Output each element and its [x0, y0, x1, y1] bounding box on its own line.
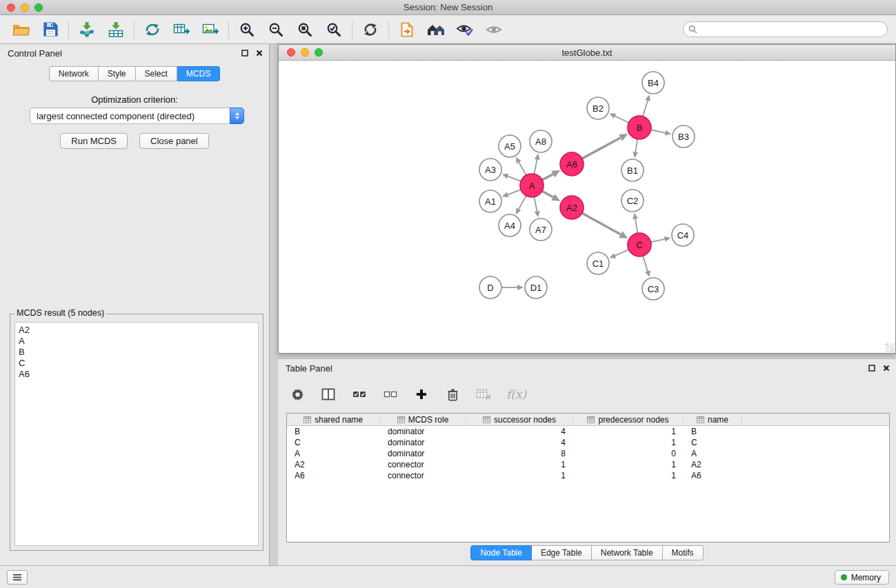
table-cell[interactable]: 4	[466, 438, 573, 447]
graph-node-A7[interactable]: A7	[530, 219, 552, 241]
deselect-all-button[interactable]	[382, 385, 399, 403]
fullscreen-window-button[interactable]	[34, 3, 43, 12]
graph-edge-C-C2[interactable]	[635, 219, 638, 235]
table-cell[interactable]: C	[684, 438, 742, 447]
add-column-button[interactable]	[413, 385, 430, 403]
table-cell[interactable]: A6	[287, 471, 380, 480]
table-cell[interactable]: A	[287, 449, 380, 458]
save-session-button[interactable]	[36, 17, 65, 42]
table-cell[interactable]: dominator	[380, 438, 466, 447]
table-cell[interactable]: B	[287, 427, 380, 436]
export-network-button[interactable]	[138, 17, 167, 42]
graph-node-B4[interactable]: B4	[642, 72, 664, 94]
table-cell[interactable]: dominator	[380, 449, 466, 458]
mcds-result-item[interactable]: A2	[19, 325, 255, 336]
column-header-MCDS-role[interactable]: MCDS role	[380, 414, 466, 425]
import-table-button[interactable]	[101, 17, 130, 42]
table-cell[interactable]: 8	[466, 449, 573, 458]
table-row[interactable]: A2connector11A2	[287, 459, 889, 470]
graph-edge-C-C1[interactable]	[615, 249, 630, 256]
close-panel-button[interactable]	[256, 50, 263, 57]
column-header-name[interactable]: name	[684, 414, 742, 425]
close-window-button[interactable]	[7, 3, 15, 12]
tab-network[interactable]: Network	[49, 66, 99, 81]
zoom-out-button[interactable]	[261, 17, 290, 42]
graph-edge-A-A4[interactable]	[519, 194, 527, 209]
tab-node-table[interactable]: Node Table	[470, 545, 532, 560]
tab-select[interactable]: Select	[136, 66, 177, 81]
table-cell[interactable]: 1	[573, 438, 684, 447]
tab-network-table[interactable]: Network Table	[592, 545, 663, 560]
table-row[interactable]: Cdominator41C	[287, 437, 889, 448]
table-settings-button[interactable]	[289, 385, 306, 403]
table-row[interactable]: Adominator80A	[287, 448, 889, 459]
memory-button[interactable]: Memory	[835, 570, 889, 585]
tab-motifs[interactable]: Motifs	[663, 545, 704, 560]
search-input[interactable]	[683, 21, 888, 37]
table-cell[interactable]: B	[684, 427, 742, 436]
import-network-button[interactable]	[72, 17, 101, 42]
graph-edge-B-B2[interactable]	[615, 116, 630, 123]
table-cell[interactable]: A6	[684, 471, 742, 480]
graph-node-D[interactable]: D	[479, 276, 501, 298]
zoom-selected-button[interactable]	[319, 17, 348, 42]
show-columns-button[interactable]	[320, 385, 337, 403]
graph-edge-C-C4[interactable]	[650, 239, 665, 243]
graph-node-B3[interactable]: B3	[673, 125, 695, 148]
zoom-in-button[interactable]	[232, 17, 261, 42]
graph-node-A6[interactable]: A6	[560, 152, 584, 176]
graph-edge-B-B3[interactable]	[650, 130, 666, 133]
table-cell[interactable]: A2	[684, 460, 742, 469]
graph-node-A2[interactable]: A2	[560, 196, 584, 219]
table-cell[interactable]: connector	[380, 460, 466, 469]
graph-node-B2[interactable]: B2	[587, 97, 609, 119]
graph-edge-A-A6[interactable]	[541, 174, 553, 181]
delete-column-button[interactable]	[444, 385, 461, 403]
table-cell[interactable]: 0	[573, 449, 684, 458]
export-table-button[interactable]	[167, 17, 196, 42]
table-cell[interactable]: C	[287, 438, 380, 447]
graph-node-C1[interactable]: C1	[587, 252, 609, 274]
table-cell[interactable]: 1	[573, 471, 684, 480]
show-panel-list-button[interactable]	[7, 570, 28, 585]
mcds-result-item[interactable]: B	[19, 347, 255, 358]
table-cell[interactable]: 1	[466, 460, 573, 469]
close-panel-action-button[interactable]: Close panel	[139, 133, 209, 149]
table-cell[interactable]: A2	[287, 460, 380, 469]
graph-edge-B-B4[interactable]	[642, 101, 648, 118]
graph-edge-A-A2[interactable]	[541, 190, 553, 197]
table-cell[interactable]: 4	[466, 427, 573, 436]
graph-edge-A-A7[interactable]	[534, 196, 537, 212]
refresh-view-button[interactable]	[356, 17, 385, 42]
graph-node-A3[interactable]: A3	[479, 159, 501, 181]
graph-node-D1[interactable]: D1	[525, 276, 547, 298]
document-arrow-button[interactable]	[392, 17, 421, 42]
table-cell[interactable]: 1	[466, 471, 573, 480]
graph-node-B[interactable]: B	[628, 116, 651, 139]
select-all-button[interactable]	[351, 385, 368, 403]
eye-check-button[interactable]	[450, 17, 479, 42]
table-row[interactable]: A6connector11A6	[287, 470, 889, 481]
graph-edge-C-C3[interactable]	[643, 254, 648, 271]
open-file-button[interactable]	[7, 17, 36, 42]
network-minimize-button[interactable]	[301, 48, 309, 57]
eye-button[interactable]	[479, 17, 508, 42]
graph-edge-A-A8[interactable]	[534, 160, 537, 176]
window-resize-grip[interactable]	[886, 343, 895, 352]
float-panel-button[interactable]	[241, 50, 248, 57]
graph-node-C2[interactable]: C2	[621, 190, 644, 212]
function-builder-button[interactable]: f(x)	[506, 385, 526, 403]
graph-node-C3[interactable]: C3	[642, 278, 664, 300]
mcds-result-list[interactable]: A2ABCA6	[14, 322, 259, 546]
graph-node-A4[interactable]: A4	[499, 214, 521, 236]
tab-style[interactable]: Style	[99, 66, 136, 81]
graph-edge-A6-B[interactable]	[581, 138, 621, 159]
close-table-panel-button[interactable]	[883, 365, 890, 372]
graph-node-B1[interactable]: B1	[621, 159, 644, 181]
graph-edge-A-A1[interactable]	[508, 189, 522, 194]
optimization-criterion-select[interactable]: largest connected component (directed)	[30, 108, 244, 124]
home-button[interactable]	[421, 17, 450, 42]
graph-node-A8[interactable]: A8	[530, 130, 552, 152]
graph-node-A[interactable]: A	[520, 174, 544, 197]
table-cell[interactable]: 1	[573, 427, 684, 436]
